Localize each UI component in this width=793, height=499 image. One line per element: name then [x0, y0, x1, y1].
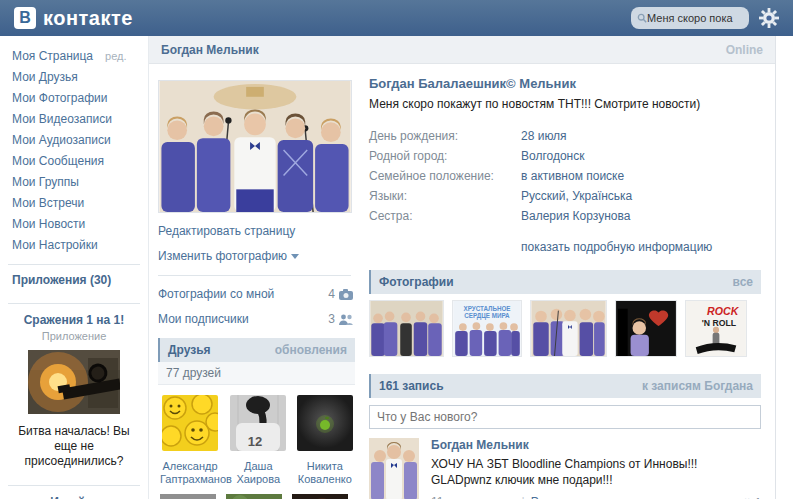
photos-strip: ХРУСТАЛЬНОЕ СЕРДЦЕ МИРА: [369, 294, 761, 357]
edit-page-action[interactable]: Редактировать страницу: [158, 224, 361, 238]
meta-separator: |: [522, 495, 525, 499]
photo-thumb[interactable]: [369, 300, 444, 357]
menu-item-settings[interactable]: Мои Настройки: [12, 235, 148, 256]
info-value-link[interactable]: Русский, Українська: [521, 189, 632, 203]
topbar-user-name[interactable]: Богдан Мельник: [161, 43, 259, 57]
play-block: Играйте Приложение: [0, 486, 148, 499]
apps-link[interactable]: Приложения (30): [12, 273, 111, 287]
ad-title-link[interactable]: Сражения 1 на 1!: [8, 313, 140, 327]
info-value-link[interactable]: в активном поиске: [521, 169, 624, 183]
photos-all-link[interactable]: все: [733, 275, 753, 289]
post-time: 11 минут назад: [431, 495, 516, 499]
friend-photo[interactable]: [292, 494, 348, 499]
friend-photo[interactable]: [297, 395, 353, 451]
vk-profile-page: В контакте: [0, 0, 793, 499]
friend-photo[interactable]: [160, 494, 216, 499]
ad-game-image[interactable]: [28, 350, 120, 414]
header-search[interactable]: [631, 7, 749, 29]
wall-post-input[interactable]: [369, 405, 761, 429]
info-value-link[interactable]: Валерия Корзунова: [521, 209, 630, 223]
vk-logo[interactable]: В контакте: [14, 7, 133, 30]
wall-post: Online Богдан Мельник ХОЧУ НА ЗБТ Bloodl…: [369, 438, 761, 499]
chevron-down-icon: [291, 254, 299, 259]
post-likes[interactable]: ♥ 1: [743, 494, 761, 499]
friend-name[interactable]: Никита Коваленко: [297, 460, 354, 486]
menu-item-my-page[interactable]: Моя Страницаред.: [12, 46, 148, 67]
wall-count[interactable]: 161 запись: [379, 379, 444, 393]
friend-name[interactable]: Александр Гаптрахманов: [160, 460, 220, 486]
content-area: Богдан Мельник Online: [149, 36, 776, 499]
post-edit-link[interactable]: Редактировать: [531, 495, 614, 499]
search-input[interactable]: [647, 12, 743, 24]
friend-photo[interactable]: 12: [230, 395, 286, 451]
content-topbar: Богдан Мельник Online: [149, 36, 775, 64]
show-full-info-link[interactable]: показать подробную информацию: [521, 240, 712, 254]
photo-thumb[interactable]: ХРУСТАЛЬНОЕ СЕРДЦЕ МИРА: [452, 300, 522, 357]
vk-logo-icon: В: [14, 7, 36, 29]
friend-item[interactable]: Александр Гаптрахманов: [160, 395, 220, 486]
menu-link[interactable]: Мои Новости: [12, 217, 85, 231]
friends-count: 77 друзей: [158, 362, 355, 385]
info-label: Сестра:: [369, 206, 521, 226]
info-value-link[interactable]: 28 июля: [521, 129, 567, 143]
followers-row[interactable]: Мои подписчики 3: [158, 312, 353, 326]
menu-link[interactable]: Мои Фотографии: [12, 91, 107, 105]
photos-title[interactable]: Фотографии: [379, 275, 454, 289]
left-sidebar: Моя Страницаред. Мои Друзья Мои Фотограф…: [0, 36, 149, 499]
menu-link[interactable]: Мои Настройки: [12, 238, 98, 252]
menu-item-audios[interactable]: Мои Аудиозаписи: [12, 130, 148, 151]
friend-photo[interactable]: [162, 395, 218, 451]
settings-gear-icon[interactable]: [759, 8, 779, 28]
ad-type-label: Приложение: [8, 330, 140, 342]
photo-thumb[interactable]: [615, 300, 677, 357]
menu-item-messages[interactable]: Мои Сообщения: [12, 151, 148, 172]
photo-thumb[interactable]: ROCK 'N ROLL: [685, 300, 747, 357]
wall-header: 161 запись к записям Богдана: [369, 374, 761, 398]
menu-link[interactable]: Мои Друзья: [12, 70, 78, 84]
ad-text: Битва началась! Вы еще не присоединились…: [8, 422, 140, 477]
to-bogdan-posts-link[interactable]: к записям Богдана: [642, 379, 753, 393]
menu-link[interactable]: Мои Встречи: [12, 196, 84, 210]
photos-with-me-row[interactable]: Фотографии со мной 4: [158, 287, 353, 301]
main-menu: Моя Страницаред. Мои Друзья Мои Фотограф…: [0, 36, 148, 256]
menu-link[interactable]: Мои Сообщения: [12, 154, 104, 168]
info-label: Семейное положение:: [369, 166, 521, 186]
change-photo-action[interactable]: Изменить фотографию: [158, 249, 361, 263]
friends-header: Друзья обновления: [158, 338, 355, 362]
post-author-avatar[interactable]: [369, 438, 419, 499]
post-author-link[interactable]: Богдан Мельник: [431, 438, 529, 452]
menu-link[interactable]: Мои Аудиозаписи: [12, 133, 111, 147]
info-row-relationship: Семейное положение: в активном поиске: [369, 166, 632, 186]
wall-input-wrap: [369, 405, 761, 429]
change-photo-label: Изменить фотографию: [158, 249, 287, 263]
heart-icon: ♥: [743, 494, 751, 499]
info-value-link[interactable]: Волгодонск: [521, 149, 585, 163]
menu-item-news[interactable]: Мои Новости: [12, 214, 148, 235]
friend-photo[interactable]: [226, 494, 282, 499]
photo-rock-text-1: ROCK: [707, 305, 740, 317]
info-row-languages: Языки: Русский, Українська: [369, 186, 632, 206]
info-row-birthday: День рождения: 28 июля: [369, 126, 632, 146]
friend-item[interactable]: Никита Коваленко: [297, 395, 354, 486]
menu-link[interactable]: Мои Видеозаписи: [12, 112, 112, 126]
menu-link[interactable]: Моя Страница: [12, 49, 93, 63]
menu-item-photos[interactable]: Мои Фотографии: [12, 88, 148, 109]
menu-link[interactable]: Мои Группы: [12, 175, 79, 189]
friend-name[interactable]: Даша Хаирова: [230, 460, 287, 486]
friends-updates-link[interactable]: обновления: [275, 343, 347, 357]
menu-item-groups[interactable]: Мои Группы: [12, 172, 148, 193]
apps-menu-item[interactable]: Приложения (30): [0, 265, 148, 295]
menu-item-friends[interactable]: Мои Друзья: [12, 67, 148, 88]
profile-photo[interactable]: [158, 80, 352, 213]
menu-item-videos[interactable]: Мои Видеозаписи: [12, 109, 148, 130]
photo-thumb[interactable]: [530, 300, 607, 357]
friend-item[interactable]: 12 Даша Хаирова: [230, 395, 287, 486]
play-link[interactable]: Играйте: [8, 495, 140, 499]
followers-link[interactable]: Мои подписчики: [158, 312, 249, 326]
followers-count: 3: [328, 312, 335, 326]
friends-title[interactable]: Друзья: [168, 343, 211, 357]
menu-item-events[interactable]: Мои Встречи: [12, 193, 148, 214]
edit-page-link[interactable]: ред.: [105, 50, 126, 62]
photos-with-me-link[interactable]: Фотографии со мной: [158, 287, 274, 301]
photos-header: Фотографии все: [369, 270, 761, 294]
